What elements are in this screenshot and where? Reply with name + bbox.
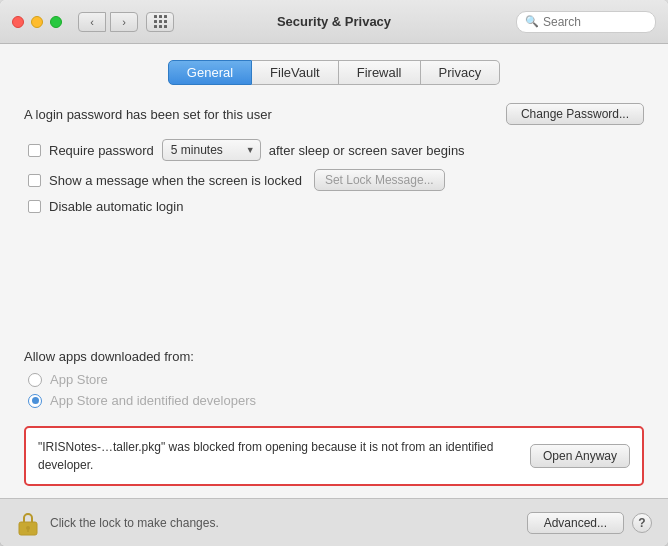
forward-button[interactable]: › <box>110 12 138 32</box>
blocked-text: "IRISNotes-…taller.pkg" was blocked from… <box>38 438 518 474</box>
identified-developers-radio-row: App Store and identified developers <box>24 393 644 408</box>
search-box[interactable]: 🔍 <box>516 11 656 33</box>
click-lock-label: Click the lock to make changes. <box>50 516 219 530</box>
window: ‹ › Security & Privacy 🔍 General FileVau… <box>0 0 668 546</box>
close-button[interactable] <box>12 16 24 28</box>
nav-buttons: ‹ › <box>78 12 138 32</box>
search-icon: 🔍 <box>525 15 539 28</box>
bottom-bar: Click the lock to make changes. Advanced… <box>0 498 668 546</box>
titlebar: ‹ › Security & Privacy 🔍 <box>0 0 668 44</box>
appstore-radio[interactable] <box>28 373 42 387</box>
identified-developers-radio[interactable] <box>28 394 42 408</box>
open-anyway-button[interactable]: Open Anyway <box>530 444 630 468</box>
show-message-checkbox[interactable] <box>28 174 41 187</box>
tab-privacy[interactable]: Privacy <box>421 60 501 85</box>
disable-autologin-row: Disable automatic login <box>24 199 644 214</box>
change-password-button[interactable]: Change Password... <box>506 103 644 125</box>
require-password-label: Require password <box>49 143 154 158</box>
show-message-label: Show a message when the screen is locked <box>49 173 302 188</box>
traffic-lights <box>12 16 62 28</box>
grid-icon <box>154 15 167 28</box>
appstore-label: App Store <box>50 372 108 387</box>
blocked-notice: "IRISNotes-…taller.pkg" was blocked from… <box>24 426 644 486</box>
window-title: Security & Privacy <box>277 14 391 29</box>
identified-developers-label: App Store and identified developers <box>50 393 256 408</box>
bottom-right-actions: Advanced... ? <box>527 512 652 534</box>
lock-icon-area: Click the lock to make changes. <box>16 509 219 537</box>
tabs: General FileVault Firewall Privacy <box>24 60 644 85</box>
require-password-dropdown[interactable]: 5 minutes 1 minute 5 minutes 15 minutes … <box>162 139 261 161</box>
login-password-label: A login password has been set for this u… <box>24 107 272 122</box>
set-lock-message-button[interactable]: Set Lock Message... <box>314 169 445 191</box>
tab-firewall[interactable]: Firewall <box>339 60 421 85</box>
allow-apps-title: Allow apps downloaded from: <box>24 349 644 364</box>
show-message-row: Show a message when the screen is locked… <box>24 169 644 191</box>
advanced-button[interactable]: Advanced... <box>527 512 624 534</box>
require-password-checkbox[interactable] <box>28 144 41 157</box>
help-button[interactable]: ? <box>632 513 652 533</box>
search-input[interactable] <box>543 15 647 29</box>
lock-icon <box>16 509 40 537</box>
disable-autologin-checkbox[interactable] <box>28 200 41 213</box>
minimize-button[interactable] <box>31 16 43 28</box>
tab-general[interactable]: General <box>168 60 252 85</box>
tab-filevault[interactable]: FileVault <box>252 60 339 85</box>
login-password-row: A login password has been set for this u… <box>24 103 644 125</box>
svg-point-1 <box>26 526 30 530</box>
settings-area: A login password has been set for this u… <box>24 103 644 498</box>
disable-autologin-label: Disable automatic login <box>49 199 183 214</box>
require-password-suffix: after sleep or screen saver begins <box>269 143 465 158</box>
maximize-button[interactable] <box>50 16 62 28</box>
require-password-row: Require password 5 minutes 1 minute 5 mi… <box>24 139 644 161</box>
back-button[interactable]: ‹ <box>78 12 106 32</box>
grid-view-button[interactable] <box>146 12 174 32</box>
content-area: General FileVault Firewall Privacy A log… <box>0 44 668 498</box>
allow-apps-section: Allow apps downloaded from: App Store Ap… <box>24 349 644 414</box>
appstore-radio-row: App Store <box>24 372 644 387</box>
require-password-dropdown-wrapper: 5 minutes 1 minute 5 minutes 15 minutes … <box>162 139 261 161</box>
